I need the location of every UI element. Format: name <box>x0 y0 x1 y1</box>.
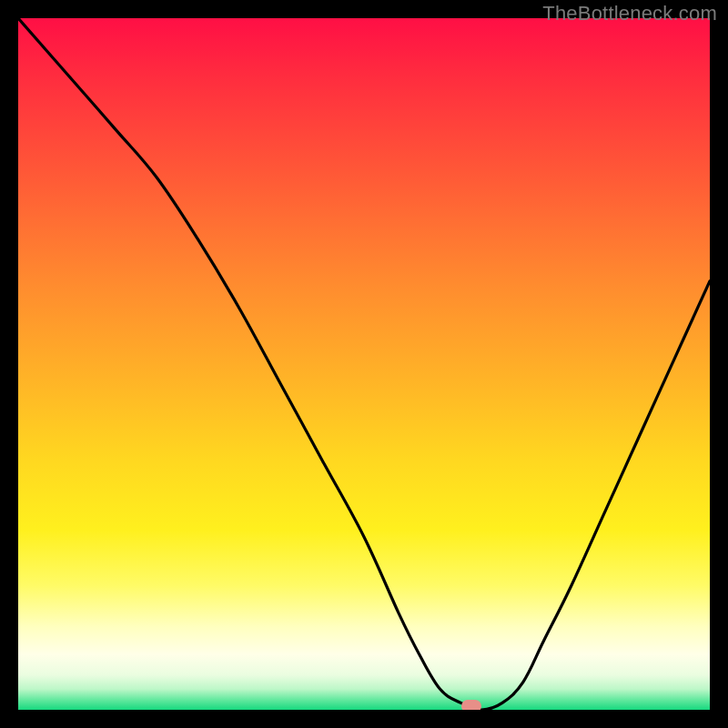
watermark-text: TheBottleneck.com <box>542 2 717 25</box>
bottleneck-curve <box>18 18 710 710</box>
plot-area <box>18 18 710 710</box>
chart-frame: TheBottleneck.com <box>0 0 728 728</box>
optimal-marker <box>461 700 481 710</box>
